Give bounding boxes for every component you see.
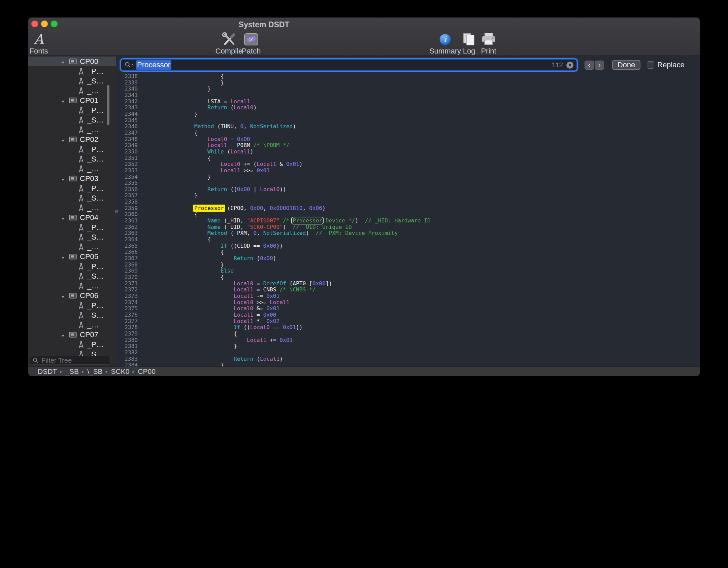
tree-item-cp04[interactable]: CP04 <box>28 213 116 222</box>
tree-item-cp02[interactable]: CP02 <box>28 135 116 144</box>
code-line[interactable]: 2381 } <box>117 343 700 350</box>
code-line[interactable]: 2340 } <box>117 86 700 92</box>
code-line[interactable]: 2338 { <box>117 73 700 80</box>
tree-child-item[interactable]: _… <box>28 86 116 96</box>
tree-child-item[interactable]: _P… <box>28 66 116 76</box>
code-line[interactable]: 2377 Local1 *= 0x02 <box>117 318 700 325</box>
tree-child-item[interactable]: _… <box>28 164 116 174</box>
tree-item-cp03[interactable]: CP03 <box>28 174 116 183</box>
code-line[interactable]: 2370 { <box>117 274 700 281</box>
close-button[interactable] <box>31 21 38 27</box>
code-line[interactable]: 2371 Local0 = DerefOf (APT0 [0x00]) <box>117 281 700 287</box>
minimize-button[interactable] <box>41 21 48 27</box>
toolbar-button-compile[interactable]: Compile <box>216 31 242 55</box>
tree-child-item[interactable]: _S… <box>28 154 116 164</box>
tree-item-cp05[interactable]: CP05 <box>28 252 116 261</box>
previous-match-button[interactable] <box>585 61 594 70</box>
code-line[interactable]: 2344 } <box>117 111 700 117</box>
code-line[interactable]: 2378 If ((Local0 == 0x01)) <box>117 324 700 331</box>
code-line[interactable]: 2360 { <box>117 211 700 218</box>
code-line[interactable]: 2342 LSTA = Local1 <box>117 99 700 105</box>
zoom-button[interactable] <box>51 21 58 27</box>
tree-child-item[interactable]: _P… <box>28 105 116 115</box>
tree-item-cp07[interactable]: CP07 <box>28 330 116 340</box>
tree-child-item[interactable]: _P… <box>28 300 116 310</box>
disclosure-triangle-icon[interactable] <box>61 330 69 339</box>
code-line[interactable]: 2347 { <box>117 130 700 136</box>
code-line[interactable]: 2367 Return (0x00) <box>117 255 700 262</box>
code-line[interactable]: 2374 Local0 >>= Local1 <box>117 299 700 306</box>
pane-splitter-handle[interactable] <box>115 210 118 213</box>
code-line[interactable]: 2372 Local1 = CNBS /* \CNBS */ <box>117 287 700 293</box>
tree-child-item[interactable]: _S… <box>28 310 116 320</box>
disclosure-triangle-icon[interactable] <box>61 291 69 300</box>
toolbar-button-summary[interactable]: i Summary <box>432 31 459 55</box>
code-line[interactable]: 2351 { <box>117 155 700 162</box>
tree-child-item[interactable]: _P… <box>28 183 116 193</box>
code-line[interactable]: 2363 Method (_PXM, 0, NotSerialized) // … <box>117 230 700 237</box>
tree-child-item[interactable]: _S… <box>28 115 116 125</box>
tree-child-item[interactable]: _S… <box>28 193 116 203</box>
code-line[interactable]: 2346 Method (THNU, 0, NotSerialized) <box>117 123 700 130</box>
tree-child-item[interactable]: _S… <box>28 349 116 356</box>
breadcrumb-item[interactable]: DSDT <box>38 367 57 376</box>
tree-child-item[interactable]: _P… <box>28 340 116 349</box>
tree-child-item[interactable]: _P… <box>28 261 116 271</box>
tree-child-item[interactable]: _P… <box>28 222 116 232</box>
code-line[interactable]: 2356 Return ((0x00 | Local0)) <box>117 186 700 193</box>
code-line[interactable]: 2369 Else <box>117 268 700 274</box>
code-line[interactable]: 2379 { <box>117 331 700 337</box>
tree-child-item[interactable]: _S… <box>28 271 116 281</box>
tree-child-item[interactable]: _S… <box>28 232 116 242</box>
tree-child-item[interactable]: _… <box>28 242 116 252</box>
code-line[interactable]: 2365 If ((CLOD == 0x00)) <box>117 243 700 249</box>
code-line[interactable]: 2373 Local1 -= 0x01 <box>117 293 700 299</box>
code-line[interactable]: 2368 } <box>117 262 700 268</box>
disclosure-triangle-icon[interactable] <box>61 213 69 222</box>
code-line[interactable]: 2341 <box>117 92 700 99</box>
tree-child-item[interactable]: _… <box>28 320 116 330</box>
filter-field[interactable] <box>30 356 111 365</box>
tree-child-item[interactable]: _P… <box>28 144 116 154</box>
disclosure-triangle-icon[interactable] <box>61 57 69 66</box>
code-line[interactable]: 2364 { <box>117 237 700 243</box>
toolbar-button-log[interactable]: Log <box>459 31 479 55</box>
toolbar-button-fonts[interactable]: Fonts <box>29 31 49 55</box>
breadcrumb-item[interactable]: _SB <box>65 367 79 376</box>
code-editor[interactable]: 2338 {2339 }2340 }23412342 LSTA = Local1… <box>117 73 700 366</box>
code-line[interactable]: 2382 <box>117 350 700 356</box>
breadcrumb-item[interactable]: SCK0 <box>111 367 130 376</box>
tree-child-item[interactable]: _… <box>28 281 116 291</box>
disclosure-triangle-icon[interactable] <box>61 96 69 105</box>
tree-item-cp01[interactable]: CP01 <box>28 96 116 105</box>
code-line[interactable]: 2380 Local1 += 0x01 <box>117 337 700 344</box>
code-line[interactable]: 2384 } <box>117 362 700 366</box>
tree-item-cp00[interactable]: CP00 <box>28 57 116 66</box>
code-line[interactable]: 2362 Name (_UID, "SCK0-CP00") // _UID: U… <box>117 224 700 230</box>
code-line[interactable]: 2357 } <box>117 192 700 199</box>
sidebar-scrollbar[interactable] <box>107 85 109 125</box>
search-scope-icon[interactable] <box>124 62 134 68</box>
breadcrumb-item[interactable]: CP00 <box>138 367 156 376</box>
code-line[interactable]: 2350 While (Local1) <box>117 149 700 155</box>
toolbar-button-patch[interactable]: Patch <box>241 31 261 55</box>
tree-child-item[interactable]: _… <box>28 125 116 135</box>
disclosure-triangle-icon[interactable] <box>61 252 69 261</box>
replace-checkbox[interactable] <box>647 61 654 69</box>
code-line[interactable]: 2353 Local1 >>= 0x01 <box>117 168 700 174</box>
tree-item-cp06[interactable]: CP06 <box>28 291 116 300</box>
code-line[interactable]: 2348 Local0 = 0x00 <box>117 136 700 143</box>
code-line[interactable]: 2345 <box>117 117 700 124</box>
code-line[interactable]: 2375 Local0 &= 0x01 <box>117 306 700 312</box>
filter-tree-input[interactable] <box>41 356 108 365</box>
disclosure-triangle-icon[interactable] <box>61 174 69 183</box>
code-line[interactable]: 2366 { <box>117 249 700 255</box>
disclosure-triangle-icon[interactable] <box>61 135 69 144</box>
done-button[interactable]: Done <box>612 60 640 70</box>
search-input[interactable]: Processor 112 <box>121 59 577 71</box>
code-line[interactable]: 2376 Local1 = 0x00 <box>117 312 700 318</box>
code-line[interactable]: 2361 Name (_HID, "ACPI0007" /* Processor… <box>117 218 700 224</box>
code-line[interactable]: 2355 <box>117 180 700 186</box>
next-match-button[interactable] <box>595 61 604 70</box>
code-line[interactable]: 2343 Return (Local0) <box>117 105 700 111</box>
